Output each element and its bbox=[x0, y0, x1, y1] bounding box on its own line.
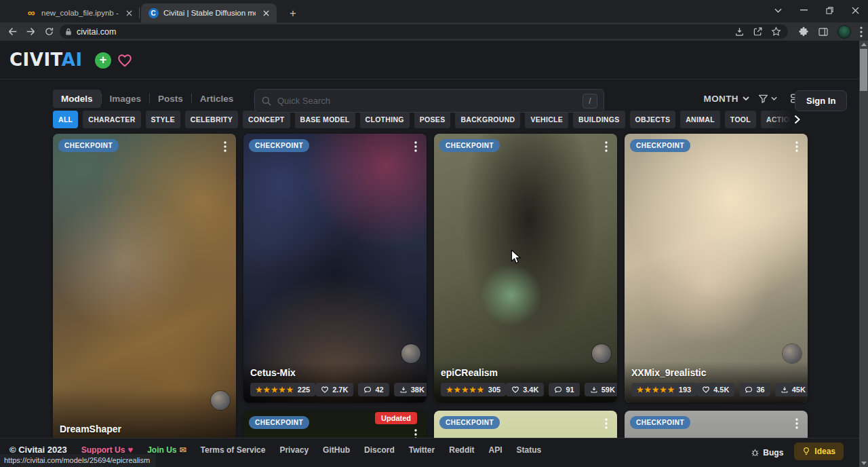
sign-in-button[interactable]: Sign In bbox=[795, 90, 847, 111]
model-card-epicrealism[interactable]: CHECKPOINT epiCRealism ★★★★★ 305 3.4K bbox=[434, 134, 617, 403]
creator-avatar[interactable] bbox=[783, 344, 802, 363]
creator-avatar[interactable] bbox=[592, 344, 611, 363]
footer-link-reddit[interactable]: Reddit bbox=[449, 445, 474, 455]
comment-icon bbox=[745, 386, 753, 394]
model-card-cetus-mix[interactable]: CHECKPOINT Cetus-Mix ★★★★★ 225 2.7K bbox=[243, 134, 427, 403]
footer-link-status[interactable]: Status bbox=[517, 445, 542, 455]
footer-link-api[interactable]: API bbox=[489, 445, 502, 455]
browser-tab-colab[interactable]: ∞ new_colab_file.ipynb - Colaborat bbox=[19, 3, 140, 22]
side-panel-icon[interactable] bbox=[818, 26, 829, 37]
lock-icon bbox=[65, 27, 72, 36]
address-bar[interactable]: civitai.com bbox=[60, 24, 788, 39]
reload-icon[interactable] bbox=[40, 23, 58, 41]
model-card-grid: CHECKPOINT DreamShaper CHECKPOINT Cetus-… bbox=[53, 134, 808, 467]
rating-badge: ★★★★★ 305 bbox=[441, 383, 506, 396]
favorites-heart-icon[interactable] bbox=[117, 52, 133, 69]
category-chip[interactable]: OBJECTS bbox=[630, 111, 676, 128]
category-chip-all[interactable]: ALL bbox=[53, 111, 78, 128]
category-chip[interactable]: BUILDINGS bbox=[573, 111, 625, 128]
category-chip[interactable]: CONCEPT bbox=[243, 111, 290, 128]
category-chip[interactable]: VEHICLE bbox=[525, 111, 568, 128]
back-icon[interactable] bbox=[3, 23, 22, 41]
rating-badge: ★★★★★ 193 bbox=[631, 383, 696, 396]
card-menu-kebab-icon[interactable] bbox=[598, 415, 614, 432]
tab-articles[interactable]: Articles bbox=[192, 90, 242, 108]
category-chip[interactable]: ANIMAL bbox=[680, 111, 720, 128]
page-scrollbar[interactable] bbox=[859, 41, 868, 467]
category-chip[interactable]: CLOTHING bbox=[360, 111, 410, 128]
heart-icon bbox=[321, 386, 329, 394]
model-type-badge: CHECKPOINT bbox=[630, 416, 690, 429]
creator-avatar[interactable] bbox=[211, 391, 230, 410]
model-card-xxmix[interactable]: CHECKPOINT XXMix_9realistic ★★★★★ 193 4.… bbox=[625, 134, 808, 403]
share-icon[interactable] bbox=[753, 26, 763, 37]
model-title: Cetus-Mix bbox=[250, 367, 420, 378]
quick-search-bar[interactable]: / bbox=[254, 89, 604, 113]
tab-posts[interactable]: Posts bbox=[150, 90, 191, 108]
browser-profile-avatar[interactable] bbox=[837, 25, 851, 39]
creator-avatar[interactable] bbox=[401, 344, 420, 363]
category-chip[interactable]: TOOL bbox=[725, 111, 756, 128]
category-chip[interactable]: POSES bbox=[414, 111, 451, 128]
category-chip[interactable]: STYLE bbox=[146, 111, 180, 128]
comments-badge: 36 bbox=[739, 383, 770, 396]
card-info-overlay: XXMix_9realistic ★★★★★ 193 4.5K 36 bbox=[625, 362, 808, 403]
likes-badge: 3.4K bbox=[506, 383, 544, 396]
footer-link-support-us[interactable]: Support Us♥ bbox=[81, 445, 133, 455]
card-menu-kebab-icon[interactable] bbox=[408, 138, 424, 155]
card-menu-kebab-icon[interactable] bbox=[789, 415, 805, 432]
footer-link-github[interactable]: GitHub bbox=[323, 445, 350, 455]
footer-link-twitter[interactable]: Twitter bbox=[409, 445, 435, 455]
model-title: XXMix_9realistic bbox=[631, 367, 801, 378]
tab-strip: ∞ new_colab_file.ipynb - Colaborat C Civ… bbox=[0, 0, 868, 22]
card-menu-kebab-icon[interactable] bbox=[789, 138, 805, 155]
copyright-text: © Civitai 2023 bbox=[9, 445, 67, 455]
civitai-logo[interactable]: CIVITAI bbox=[9, 50, 83, 70]
tab-close-icon[interactable] bbox=[260, 7, 271, 18]
bugs-button[interactable]: Bugs bbox=[751, 448, 783, 457]
browser-tab-civitai[interactable]: C Civitai | Stable Diffusion models, bbox=[141, 3, 277, 22]
tab-close-icon[interactable] bbox=[123, 7, 134, 18]
card-info-overlay: epiCRealism ★★★★★ 305 3.4K 91 bbox=[434, 362, 617, 403]
tab-models[interactable]: Models bbox=[53, 90, 101, 108]
filter-dropdown[interactable] bbox=[757, 93, 777, 105]
footer-link-terms[interactable]: Terms of Service bbox=[201, 445, 266, 455]
url-text[interactable]: civitai.com bbox=[77, 27, 734, 37]
scrollbar-up-arrow[interactable] bbox=[861, 43, 867, 46]
download-icon bbox=[590, 386, 598, 394]
bookmark-star-icon[interactable] bbox=[771, 26, 781, 37]
scrollbar-thumb[interactable] bbox=[860, 49, 867, 91]
window-maximize-button[interactable] bbox=[816, 0, 842, 20]
tab-images[interactable]: Images bbox=[102, 90, 150, 108]
period-dropdown[interactable]: MONTH bbox=[704, 94, 750, 104]
forward-icon[interactable] bbox=[22, 23, 40, 41]
comment-icon bbox=[554, 386, 562, 394]
window-close-button[interactable] bbox=[842, 0, 868, 20]
model-card-dreamshaper[interactable]: CHECKPOINT DreamShaper bbox=[53, 134, 236, 467]
chips-scroll-right-button[interactable] bbox=[766, 111, 802, 128]
category-chip[interactable]: BACKGROUND bbox=[455, 111, 520, 128]
footer-link-privacy[interactable]: Privacy bbox=[279, 445, 309, 455]
search-input[interactable] bbox=[277, 96, 583, 106]
category-chip[interactable]: CELEBRITY bbox=[185, 111, 238, 128]
footer-link-discord[interactable]: Discord bbox=[364, 445, 395, 455]
browser-menu-kebab-icon[interactable] bbox=[860, 26, 863, 37]
new-tab-button[interactable]: + bbox=[285, 5, 301, 22]
category-chip[interactable]: BASE MODEL bbox=[295, 111, 355, 128]
star-icons: ★★★★★ bbox=[637, 386, 675, 394]
card-menu-kebab-icon[interactable] bbox=[217, 138, 233, 155]
search-shortcut-badge: / bbox=[583, 94, 597, 109]
download-page-icon[interactable] bbox=[734, 26, 745, 37]
category-chip[interactable]: CHARACTER bbox=[83, 111, 140, 128]
scrollbar-down-arrow[interactable] bbox=[861, 462, 867, 465]
chevron-down-icon bbox=[771, 96, 777, 100]
footer-link-join-us[interactable]: Join Us✉ bbox=[147, 445, 186, 455]
extensions-puzzle-icon[interactable] bbox=[798, 26, 809, 37]
create-plus-button[interactable]: + bbox=[95, 52, 111, 69]
tab-search-icon[interactable] bbox=[765, 0, 791, 20]
ideas-button[interactable]: Ideas bbox=[794, 443, 844, 460]
card-menu-kebab-icon[interactable] bbox=[598, 138, 614, 155]
search-icon bbox=[261, 96, 272, 107]
window-minimize-button[interactable] bbox=[791, 0, 816, 20]
rating-badge: ★★★★★ 225 bbox=[250, 383, 315, 396]
